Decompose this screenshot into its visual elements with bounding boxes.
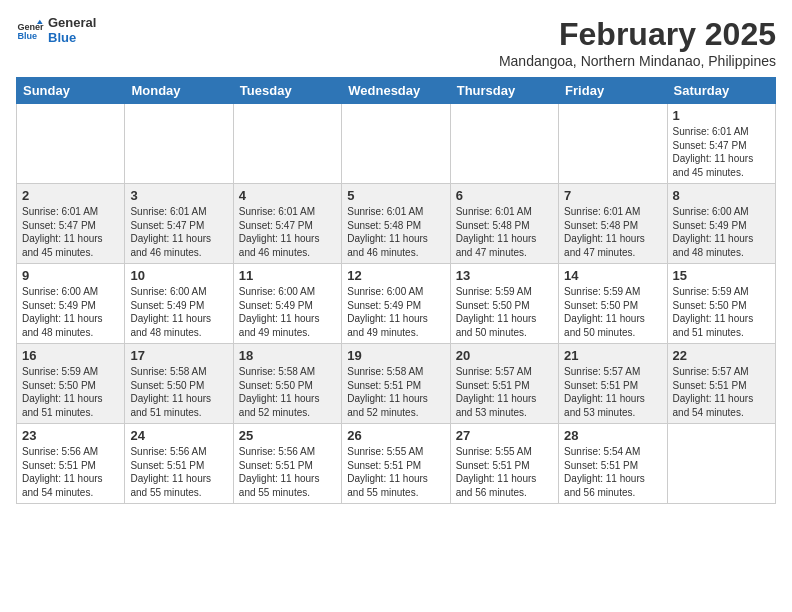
day-info: Sunrise: 6:00 AM Sunset: 5:49 PM Dayligh…: [673, 205, 770, 259]
day-info: Sunrise: 5:59 AM Sunset: 5:50 PM Dayligh…: [564, 285, 661, 339]
day-number: 8: [673, 188, 770, 203]
day-number: 1: [673, 108, 770, 123]
day-info: Sunrise: 6:00 AM Sunset: 5:49 PM Dayligh…: [130, 285, 227, 339]
calendar-day-cell: 1Sunrise: 6:01 AM Sunset: 5:47 PM Daylig…: [667, 104, 775, 184]
day-of-week-header: Monday: [125, 78, 233, 104]
day-info: Sunrise: 5:59 AM Sunset: 5:50 PM Dayligh…: [22, 365, 119, 419]
page-header: General Blue General Blue February 2025 …: [16, 16, 776, 69]
calendar-week-row: 2Sunrise: 6:01 AM Sunset: 5:47 PM Daylig…: [17, 184, 776, 264]
calendar-week-row: 23Sunrise: 5:56 AM Sunset: 5:51 PM Dayli…: [17, 424, 776, 504]
calendar-day-cell: 4Sunrise: 6:01 AM Sunset: 5:47 PM Daylig…: [233, 184, 341, 264]
day-number: 25: [239, 428, 336, 443]
logo-general: General: [48, 16, 96, 31]
logo-blue: Blue: [48, 31, 96, 46]
day-number: 10: [130, 268, 227, 283]
day-number: 21: [564, 348, 661, 363]
calendar-day-cell: [667, 424, 775, 504]
calendar-day-cell: 17Sunrise: 5:58 AM Sunset: 5:50 PM Dayli…: [125, 344, 233, 424]
day-info: Sunrise: 6:01 AM Sunset: 5:48 PM Dayligh…: [456, 205, 553, 259]
day-of-week-header: Saturday: [667, 78, 775, 104]
day-info: Sunrise: 5:58 AM Sunset: 5:51 PM Dayligh…: [347, 365, 444, 419]
calendar-day-cell: 18Sunrise: 5:58 AM Sunset: 5:50 PM Dayli…: [233, 344, 341, 424]
day-info: Sunrise: 6:01 AM Sunset: 5:48 PM Dayligh…: [564, 205, 661, 259]
calendar-day-cell: 21Sunrise: 5:57 AM Sunset: 5:51 PM Dayli…: [559, 344, 667, 424]
day-number: 12: [347, 268, 444, 283]
day-info: Sunrise: 6:00 AM Sunset: 5:49 PM Dayligh…: [347, 285, 444, 339]
day-info: Sunrise: 5:59 AM Sunset: 5:50 PM Dayligh…: [673, 285, 770, 339]
svg-text:Blue: Blue: [17, 31, 37, 41]
day-info: Sunrise: 5:57 AM Sunset: 5:51 PM Dayligh…: [673, 365, 770, 419]
calendar-week-row: 9Sunrise: 6:00 AM Sunset: 5:49 PM Daylig…: [17, 264, 776, 344]
calendar-day-cell: 7Sunrise: 6:01 AM Sunset: 5:48 PM Daylig…: [559, 184, 667, 264]
day-info: Sunrise: 5:56 AM Sunset: 5:51 PM Dayligh…: [22, 445, 119, 499]
day-info: Sunrise: 5:55 AM Sunset: 5:51 PM Dayligh…: [456, 445, 553, 499]
calendar-day-cell: 10Sunrise: 6:00 AM Sunset: 5:49 PM Dayli…: [125, 264, 233, 344]
day-info: Sunrise: 6:01 AM Sunset: 5:47 PM Dayligh…: [673, 125, 770, 179]
day-number: 27: [456, 428, 553, 443]
day-info: Sunrise: 5:56 AM Sunset: 5:51 PM Dayligh…: [130, 445, 227, 499]
day-info: Sunrise: 5:58 AM Sunset: 5:50 PM Dayligh…: [239, 365, 336, 419]
day-number: 19: [347, 348, 444, 363]
day-info: Sunrise: 5:54 AM Sunset: 5:51 PM Dayligh…: [564, 445, 661, 499]
logo-icon: General Blue: [16, 17, 44, 45]
day-info: Sunrise: 6:01 AM Sunset: 5:47 PM Dayligh…: [130, 205, 227, 259]
day-number: 14: [564, 268, 661, 283]
calendar-day-cell: [125, 104, 233, 184]
calendar-day-cell: 2Sunrise: 6:01 AM Sunset: 5:47 PM Daylig…: [17, 184, 125, 264]
day-number: 13: [456, 268, 553, 283]
calendar-day-cell: 23Sunrise: 5:56 AM Sunset: 5:51 PM Dayli…: [17, 424, 125, 504]
day-number: 24: [130, 428, 227, 443]
calendar-day-cell: 27Sunrise: 5:55 AM Sunset: 5:51 PM Dayli…: [450, 424, 558, 504]
day-of-week-header: Thursday: [450, 78, 558, 104]
day-number: 15: [673, 268, 770, 283]
location-subtitle: Mandangoa, Northern Mindanao, Philippine…: [499, 53, 776, 69]
day-number: 11: [239, 268, 336, 283]
day-info: Sunrise: 5:56 AM Sunset: 5:51 PM Dayligh…: [239, 445, 336, 499]
calendar-day-cell: 5Sunrise: 6:01 AM Sunset: 5:48 PM Daylig…: [342, 184, 450, 264]
calendar-day-cell: 3Sunrise: 6:01 AM Sunset: 5:47 PM Daylig…: [125, 184, 233, 264]
calendar-day-cell: [17, 104, 125, 184]
calendar-header-row: SundayMondayTuesdayWednesdayThursdayFrid…: [17, 78, 776, 104]
calendar-day-cell: 25Sunrise: 5:56 AM Sunset: 5:51 PM Dayli…: [233, 424, 341, 504]
day-info: Sunrise: 5:59 AM Sunset: 5:50 PM Dayligh…: [456, 285, 553, 339]
day-info: Sunrise: 6:01 AM Sunset: 5:47 PM Dayligh…: [22, 205, 119, 259]
calendar-day-cell: 22Sunrise: 5:57 AM Sunset: 5:51 PM Dayli…: [667, 344, 775, 424]
day-info: Sunrise: 5:58 AM Sunset: 5:50 PM Dayligh…: [130, 365, 227, 419]
calendar-day-cell: 20Sunrise: 5:57 AM Sunset: 5:51 PM Dayli…: [450, 344, 558, 424]
day-number: 5: [347, 188, 444, 203]
day-info: Sunrise: 5:57 AM Sunset: 5:51 PM Dayligh…: [564, 365, 661, 419]
day-info: Sunrise: 5:57 AM Sunset: 5:51 PM Dayligh…: [456, 365, 553, 419]
day-number: 7: [564, 188, 661, 203]
calendar-week-row: 1Sunrise: 6:01 AM Sunset: 5:47 PM Daylig…: [17, 104, 776, 184]
calendar-day-cell: 6Sunrise: 6:01 AM Sunset: 5:48 PM Daylig…: [450, 184, 558, 264]
calendar-day-cell: 28Sunrise: 5:54 AM Sunset: 5:51 PM Dayli…: [559, 424, 667, 504]
day-info: Sunrise: 6:00 AM Sunset: 5:49 PM Dayligh…: [22, 285, 119, 339]
calendar-day-cell: 9Sunrise: 6:00 AM Sunset: 5:49 PM Daylig…: [17, 264, 125, 344]
calendar-table: SundayMondayTuesdayWednesdayThursdayFrid…: [16, 77, 776, 504]
calendar-day-cell: 13Sunrise: 5:59 AM Sunset: 5:50 PM Dayli…: [450, 264, 558, 344]
day-number: 4: [239, 188, 336, 203]
day-number: 20: [456, 348, 553, 363]
calendar-day-cell: 16Sunrise: 5:59 AM Sunset: 5:50 PM Dayli…: [17, 344, 125, 424]
day-number: 18: [239, 348, 336, 363]
day-number: 3: [130, 188, 227, 203]
calendar-day-cell: [342, 104, 450, 184]
day-number: 28: [564, 428, 661, 443]
day-number: 16: [22, 348, 119, 363]
day-number: 17: [130, 348, 227, 363]
calendar-day-cell: [559, 104, 667, 184]
calendar-day-cell: 11Sunrise: 6:00 AM Sunset: 5:49 PM Dayli…: [233, 264, 341, 344]
calendar-day-cell: 8Sunrise: 6:00 AM Sunset: 5:49 PM Daylig…: [667, 184, 775, 264]
day-of-week-header: Wednesday: [342, 78, 450, 104]
day-number: 9: [22, 268, 119, 283]
calendar-day-cell: 15Sunrise: 5:59 AM Sunset: 5:50 PM Dayli…: [667, 264, 775, 344]
day-number: 22: [673, 348, 770, 363]
month-year-title: February 2025: [499, 16, 776, 53]
day-number: 23: [22, 428, 119, 443]
day-of-week-header: Sunday: [17, 78, 125, 104]
calendar-day-cell: 19Sunrise: 5:58 AM Sunset: 5:51 PM Dayli…: [342, 344, 450, 424]
day-info: Sunrise: 6:01 AM Sunset: 5:47 PM Dayligh…: [239, 205, 336, 259]
day-number: 2: [22, 188, 119, 203]
calendar-day-cell: 26Sunrise: 5:55 AM Sunset: 5:51 PM Dayli…: [342, 424, 450, 504]
day-number: 6: [456, 188, 553, 203]
